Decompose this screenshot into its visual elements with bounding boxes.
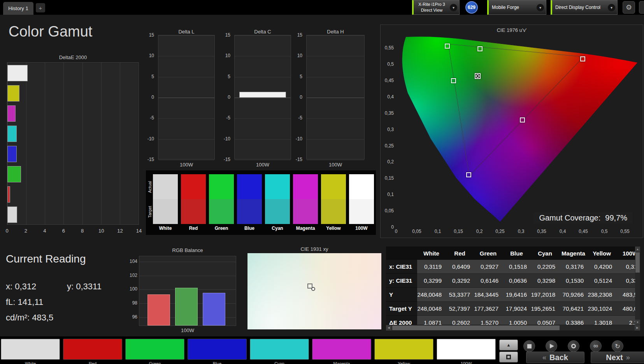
y-axis-tick-label: 0 (381, 224, 394, 230)
patch-color-swatch[interactable] (250, 339, 309, 360)
next-button[interactable]: Next » (591, 352, 644, 363)
patch-color-swatch[interactable] (188, 339, 247, 360)
y-axis-tick-label: -5 (142, 115, 154, 121)
table-row-label: Y (386, 288, 417, 302)
delta-h-title: Delta H (306, 29, 365, 35)
page-title: Color Gamut (9, 23, 92, 40)
scrollbar-thumb[interactable] (392, 326, 560, 330)
chevrons-right-icon: » (626, 354, 630, 362)
chevrons-left-icon: « (542, 354, 546, 362)
settings-gear-button[interactable]: ⚙ (623, 1, 635, 14)
target-color-swatch (209, 199, 234, 224)
up-arrow-icon: ▲ (507, 343, 511, 347)
swatch-label: Cyan (265, 226, 290, 231)
patch-color-swatch[interactable] (63, 339, 122, 360)
patch-selector-button[interactable]: White (1, 339, 60, 364)
pattern-up-button[interactable]: ▲ (499, 340, 518, 350)
delta-c-chart: Delta C 151050-5-10-15 100W (219, 28, 295, 171)
scroll-right-icon[interactable]: ▶ (635, 325, 640, 331)
deltae-2000-chart: DeltaE 2000 02468101214 (6, 54, 140, 237)
table-cell: 0,3299 (417, 274, 446, 288)
table-cell: 19,6416 (502, 288, 531, 302)
table-vertical-scrollbar[interactable]: ▲ ▼ (635, 247, 640, 325)
table-cell: 0,0507 (531, 316, 559, 325)
deltae-bar (7, 105, 16, 122)
y-axis-tick-label: 96 (129, 314, 137, 320)
delta-h-plot-area (306, 35, 365, 159)
y-axis-tick-label: 5 (219, 74, 230, 79)
patch-selector-button[interactable]: 100W (437, 339, 496, 364)
swatch-column: Blue (237, 174, 262, 231)
patch-color-swatch[interactable] (312, 339, 371, 360)
scroll-left-icon[interactable]: ◀ (386, 325, 391, 331)
patch-selector-button[interactable]: Yellow (374, 339, 433, 364)
back-button[interactable]: « Back (526, 352, 584, 363)
patch-selector-button[interactable]: Blue (188, 339, 247, 364)
deltae-bar (7, 65, 28, 81)
y-axis-tick-label: 102 (129, 273, 137, 278)
continuous-measure-button[interactable]: ∞ (590, 340, 602, 352)
actual-color-swatch (181, 174, 206, 199)
y-axis-tick-label: 104 (129, 259, 137, 264)
scrollbar-thumb[interactable] (635, 252, 640, 273)
gridline (158, 56, 214, 56)
gridline (307, 56, 364, 56)
y-axis-tick-label: 0,2 (381, 159, 394, 164)
patch-selector-button[interactable]: Red (63, 339, 122, 364)
swatch-label: Blue (237, 226, 262, 231)
x-axis-tick-label: 0 (5, 228, 8, 234)
actual-color-swatch (265, 174, 290, 199)
current-reading-title: Current Reading (6, 253, 86, 265)
patch-selector-button[interactable]: Green (125, 339, 184, 364)
cie-horseshoe-diagram (396, 31, 637, 229)
y-axis-tick-label: 10 (291, 53, 302, 58)
source-dropdown[interactable]: Mobile Forge ▾ (487, 0, 546, 15)
red-primary-marker (580, 56, 585, 61)
meter-dropdown[interactable]: X-Rite i1Pro 3 Direct View ▾ (412, 0, 460, 15)
gridline (139, 262, 236, 262)
swatch-column: White (153, 174, 178, 231)
pattern-window-button[interactable] (499, 352, 518, 362)
table-cell: 0,2205 (531, 260, 559, 274)
table-cell: 1,5270 (474, 316, 502, 325)
measure-icon (571, 344, 576, 348)
refresh-button[interactable]: ↻ (612, 340, 623, 352)
patch-color-swatch[interactable] (374, 339, 433, 360)
x-axis-tick-label: 4 (43, 228, 46, 234)
patch-label: Red (63, 361, 122, 364)
actual-color-swatch (349, 174, 374, 199)
y-axis-tick-label: -15 (291, 157, 302, 162)
deltae-plot-area (7, 62, 139, 225)
x-axis-tick-label: 8 (81, 228, 84, 234)
rgb-balance-bar (175, 288, 198, 326)
workflow-dropdown[interactable]: Direct Display Control ▾ (551, 0, 618, 15)
scroll-down-icon[interactable]: ▼ (635, 320, 640, 325)
history-tab[interactable]: History 1 (3, 2, 33, 15)
table-horizontal-scrollbar[interactable]: ◀ ▶ (386, 325, 640, 331)
play-button[interactable] (546, 340, 557, 352)
patch-selector-button[interactable]: Magenta (312, 339, 371, 364)
single-measure-button[interactable] (568, 340, 579, 352)
swatch-column: 100W (349, 174, 374, 231)
table-cell: 0,312 (616, 260, 635, 274)
patch-color-swatch[interactable] (1, 339, 60, 360)
current-reading-y: y: 0,3311 (67, 282, 102, 292)
y-axis-tick-label: 15 (219, 32, 230, 38)
patch-color-swatch[interactable] (437, 339, 496, 360)
chevron-down-icon: ▾ (608, 4, 615, 11)
deltae-bar (7, 85, 19, 102)
scroll-up-icon[interactable]: ▲ (635, 247, 640, 252)
rgb-balance-title: RGB Balance (139, 247, 236, 253)
patch-color-swatch[interactable] (125, 339, 184, 360)
new-tab-button[interactable]: + (36, 3, 45, 12)
deltae-bar (7, 126, 17, 142)
clipped-toolbar-button[interactable] (639, 1, 644, 14)
table-row: x: CIE31 0,31190,64090,29270,15180,22050… (386, 260, 635, 274)
stop-button[interactable] (523, 340, 535, 352)
gear-icon: ⚙ (626, 3, 632, 12)
chevron-down-icon: ▾ (537, 4, 544, 11)
meter-dropdown-label: X-Rite i1Pro 3 Direct View (414, 2, 450, 13)
patch-selector-button[interactable]: Cyan (250, 339, 309, 364)
table-cell: 0,0636 (502, 274, 531, 288)
x-axis-tick-label: 0,5 (601, 229, 608, 234)
